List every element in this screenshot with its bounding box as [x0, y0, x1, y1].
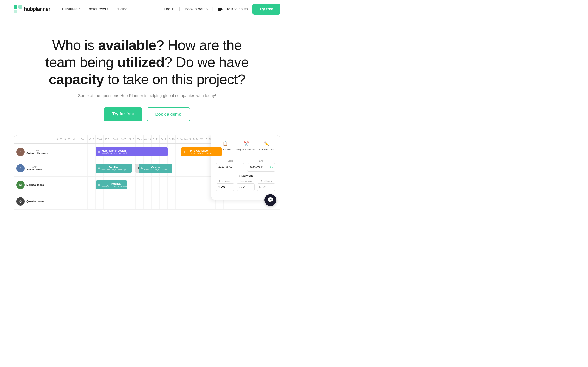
login-link[interactable]: Log in [164, 7, 174, 11]
logo-icon [14, 5, 22, 13]
task-bar[interactable]: MTV Oldschool100% for 10 days - General [181, 147, 222, 156]
date-cell: Mo 1 [71, 135, 79, 143]
person-name: Quentin Lawler [26, 200, 44, 203]
end-value[interactable]: 2023-05-12 ↻ [247, 163, 276, 172]
svg-marker-4 [221, 8, 223, 10]
grid-col [63, 144, 71, 160]
task-dot [141, 167, 143, 169]
date-cell: Th 11 [152, 135, 160, 143]
total-hours-field[interactable]: hrs 20 [257, 184, 275, 191]
talk-to-sales-link[interactable]: Talk to sales [218, 7, 248, 11]
action-panel: 📋Paste booking✂️Request Vacation✏️Edit r… [211, 135, 280, 200]
grid-col [168, 144, 176, 160]
logo[interactable]: hubplanner [14, 5, 50, 13]
nav-pricing[interactable]: Pricing [113, 5, 130, 13]
date-cell: Fr 5 [104, 135, 112, 143]
hero-section: Who is available? How are the team being… [0, 18, 294, 221]
grid-col [111, 193, 120, 209]
avatar: M [16, 181, 25, 189]
grid-col [55, 144, 63, 160]
grid-col [160, 193, 168, 209]
grid-col [71, 177, 79, 193]
task-dot [98, 184, 100, 186]
gantt-person: APMAnthony Edwards [14, 148, 55, 156]
percentage-field[interactable]: % 25 [216, 184, 234, 191]
end-field: End 2023-05-12 ↻ [247, 159, 276, 172]
book-demo-button[interactable]: Book a demo [147, 107, 190, 121]
person-name: Anthony Edwards [26, 152, 48, 154]
try-free-button[interactable]: Try free [252, 4, 280, 15]
grid-col [79, 160, 87, 176]
task-bar[interactable]: Parallax100% for 5 days - Development [96, 180, 127, 190]
grid-col [176, 193, 184, 209]
start-field: Start 2023-05-01 [216, 159, 244, 172]
task-bar-content: MTV Oldschool100% for 10 days - General [187, 149, 212, 154]
date-cell: We 3 [87, 135, 95, 143]
grid-col [128, 193, 136, 209]
grid-col [71, 144, 79, 160]
task-bar[interactable]: Parallax100% for 5 days - Strategy [96, 164, 132, 173]
chevron-down-icon: ▾ [78, 8, 80, 10]
grid-col [152, 193, 160, 209]
book-demo-link[interactable]: Book a demo [185, 7, 208, 11]
gantt-person: MMelinda Jones [14, 181, 55, 189]
grid-col [168, 193, 176, 209]
grid-col [71, 160, 79, 176]
grid-col [79, 193, 87, 209]
grid-col [192, 193, 200, 209]
date-cell: Fr 12 [160, 135, 168, 143]
grid-col [176, 177, 184, 193]
grid-col [71, 193, 79, 209]
panel-action-icon: ✏️ [263, 140, 270, 147]
grid-col [63, 160, 71, 176]
navbar: hubplanner Features ▾ Resources ▾ Pricin… [0, 0, 294, 18]
avatar: A [16, 148, 25, 156]
date-cell: Su 14 [176, 135, 184, 143]
chevron-down-icon: ▾ [107, 8, 108, 10]
chat-icon: 💬 [267, 197, 274, 203]
gantt-person: QQuentin Lawler [14, 197, 55, 206]
start-value[interactable]: 2023-05-01 [216, 163, 244, 170]
person-name: Melinda Jones [26, 184, 44, 186]
panel-action[interactable]: ✏️Edit resource [259, 140, 274, 151]
nav-left: hubplanner Features ▾ Resources ▾ Pricin… [14, 5, 130, 13]
nav-features[interactable]: Features ▾ [60, 5, 83, 13]
task-bar-content: Vacation100% for 5 days - General [144, 166, 168, 171]
person-badge: PM [26, 149, 48, 152]
grid-col [136, 177, 144, 193]
gantt-person: JAPPJoanne Moss [14, 164, 55, 173]
task-bar[interactable]: Hub Planner Design100% for 10 days - Gen… [96, 147, 168, 156]
grid-col [176, 160, 184, 176]
svg-rect-0 [14, 5, 17, 9]
date-cell: Tu 9 [136, 135, 144, 143]
grid-col [200, 160, 208, 176]
grid-col [184, 177, 192, 193]
refresh-icon: ↻ [270, 165, 273, 169]
grid-col [79, 177, 87, 193]
person-name: Joanne Moss [26, 168, 43, 171]
task-label: Parallax [101, 182, 127, 185]
grid-col [63, 193, 71, 209]
date-cell: Tu 16 [192, 135, 200, 143]
grid-col [168, 177, 176, 193]
date-cell: Sa 29 [55, 135, 63, 143]
grid-col [160, 177, 168, 193]
task-sub: 100% for 5 days - Development [101, 185, 127, 187]
chat-widget[interactable]: 💬 [264, 194, 276, 206]
hours-day-col: Hours a day hrs 2 [237, 180, 255, 191]
hours-day-field[interactable]: hrs 2 [237, 184, 255, 191]
task-sub: 100% for 10 days - General [187, 152, 212, 154]
try-for-free-button[interactable]: Try for free [104, 107, 142, 121]
panel-action[interactable]: ✂️Request Vacation [236, 140, 256, 151]
panel-actions: 📋Paste booking✂️Request Vacation✏️Edit r… [216, 140, 275, 155]
total-hours-col: Total hours hrs 20 [257, 180, 275, 191]
task-sub: 100% for 10 days - General [101, 152, 127, 154]
svg-rect-1 [18, 5, 22, 9]
nav-divider: | [179, 7, 180, 11]
date-cell: Th 4 [95, 135, 104, 143]
nav-resources[interactable]: Resources ▾ [85, 5, 111, 13]
grid-col [104, 193, 112, 209]
task-bar[interactable]: Vacation100% for 5 days - General [138, 164, 172, 173]
date-cell: Sa 6 [111, 135, 120, 143]
grid-col [120, 193, 128, 209]
